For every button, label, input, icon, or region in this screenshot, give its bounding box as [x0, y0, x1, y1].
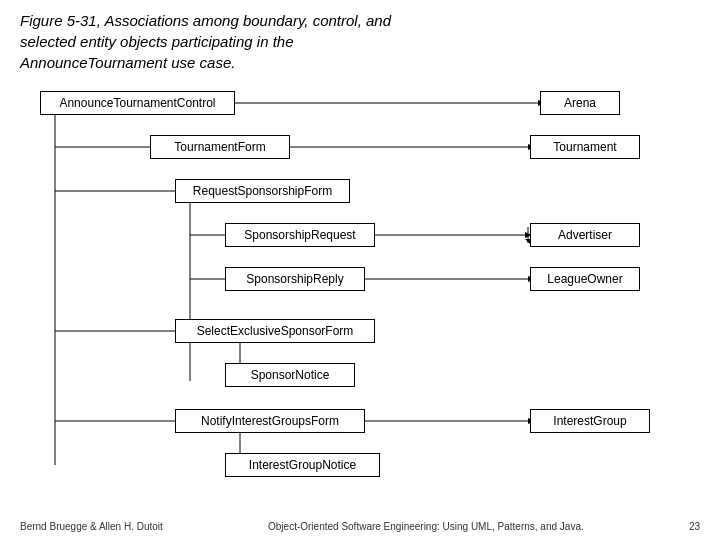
box-sponsorship-request: SponsorshipRequest: [225, 223, 375, 247]
box-interest-group-notice: InterestGroupNotice: [225, 453, 380, 477]
footer: Bernd Bruegge & Allen H. Dutoit Object-O…: [20, 521, 700, 532]
box-arena: Arena: [540, 91, 620, 115]
footer-left: Bernd Bruegge & Allen H. Dutoit: [20, 521, 163, 532]
box-select-exclusive-sponsor-form: SelectExclusiveSponsorForm: [175, 319, 375, 343]
box-league-owner: LeagueOwner: [530, 267, 640, 291]
box-request-sponsorship-form: RequestSponsorshipForm: [175, 179, 350, 203]
title-line2: selected entity objects participating in…: [20, 33, 294, 50]
page: Figure 5-31, Associations among boundary…: [0, 0, 720, 540]
box-sponsor-notice: SponsorNotice: [225, 363, 355, 387]
box-announce-tournament-control: AnnounceTournamentControl: [40, 91, 235, 115]
uml-diagram: AnnounceTournamentControl Arena Tourname…: [20, 91, 700, 511]
footer-center: Object-Oriented Software Engineering: Us…: [268, 521, 584, 532]
box-tournament-form: TournamentForm: [150, 135, 290, 159]
box-tournament: Tournament: [530, 135, 640, 159]
box-interest-group: InterestGroup: [530, 409, 650, 433]
figure-title: Figure 5-31, Associations among boundary…: [20, 10, 700, 73]
box-advertiser: Advertiser: [530, 223, 640, 247]
title-line1: Figure 5-31, Associations among boundary…: [20, 12, 391, 29]
box-notify-interest-groups-form: NotifyInterestGroupsForm: [175, 409, 365, 433]
title-line3: AnnounceTournament use case.: [20, 54, 235, 71]
box-sponsorship-reply: SponsorshipReply: [225, 267, 365, 291]
footer-right: 23: [689, 521, 700, 532]
